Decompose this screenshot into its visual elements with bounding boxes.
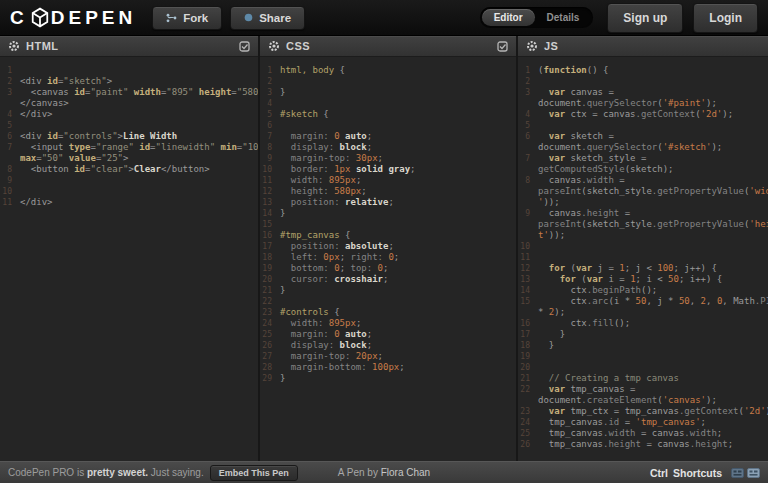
checkbox-checked-icon[interactable] (239, 41, 250, 52)
tab-details[interactable]: Details (535, 9, 592, 26)
code-line[interactable]: parseInt(sketch_style.getPropertyValue('… (538, 219, 768, 230)
code-line[interactable]: width: 895px; (280, 318, 516, 329)
line-number: 2 (260, 76, 272, 87)
code-line[interactable]: * 2); (538, 307, 768, 318)
code-line[interactable]: ')); (538, 197, 768, 208)
view-toggle: Editor Details (480, 7, 594, 28)
code-line[interactable]: var ctx = canvas.getContext('2d'); (538, 109, 768, 120)
code-line[interactable]: getComputedStyle(sketch); (538, 164, 768, 175)
keyboard-icon[interactable] (731, 468, 744, 478)
code-line[interactable]: document.querySelector('#paint'); (538, 98, 768, 109)
code-line[interactable]: } (538, 329, 768, 340)
code-line[interactable]: canvas.height = (538, 208, 768, 219)
code-line[interactable]: left: 0px; right: 0; (280, 252, 516, 263)
code-line[interactable]: } (280, 208, 516, 219)
code-line[interactable]: display: block; (280, 142, 516, 153)
code-line[interactable]: document.createElement('canvas'); (538, 395, 768, 406)
keyboard-icon[interactable] (747, 468, 760, 478)
code-line[interactable]: <input type="range" id="linewidth" min="… (20, 142, 258, 153)
code-line[interactable]: } (280, 285, 516, 296)
code-line[interactable]: // Creating a tmp canvas (538, 373, 768, 384)
code-line[interactable]: margin-bottom: 100px; (280, 362, 516, 373)
code-line[interactable] (538, 351, 768, 362)
code-line[interactable] (538, 252, 768, 263)
checkbox-checked-icon[interactable] (497, 41, 508, 52)
code-line[interactable]: display: block; (280, 340, 516, 351)
code-line[interactable] (280, 120, 516, 131)
fork-button[interactable]: Fork (152, 6, 222, 30)
code-line[interactable] (20, 65, 258, 76)
code-line[interactable]: #tmp_canvas { (280, 230, 516, 241)
code-line[interactable] (538, 241, 768, 252)
code-line[interactable]: } (280, 87, 516, 98)
code-line[interactable]: tmp_canvas.height = canvas.height; (538, 439, 768, 450)
code-line[interactable]: var canvas = (538, 87, 768, 98)
code-line[interactable]: <canvas id="paint" width="895" height="5… (20, 87, 258, 98)
code-line[interactable]: max="50" value="25"> (20, 153, 258, 164)
code-line[interactable]: } (538, 340, 768, 351)
line-number (518, 230, 530, 241)
code-line[interactable] (280, 296, 516, 307)
code-line[interactable]: <button id="clear">Clear</button> (20, 164, 258, 175)
code-line[interactable]: canvas.width = (538, 175, 768, 186)
gear-icon[interactable] (8, 40, 20, 52)
code-line[interactable]: bottom: 0; top: 0; (280, 263, 516, 274)
code-line[interactable]: for (var j = 1; j < 100; j++) { (538, 263, 768, 274)
code-line[interactable]: </canvas> (20, 98, 258, 109)
gear-icon[interactable] (268, 40, 280, 52)
code-line[interactable]: cursor: crosshair; (280, 274, 516, 285)
code-line[interactable]: var tmp_ctx = tmp_canvas.getContext('2d'… (538, 406, 768, 417)
code-line[interactable]: </div> (20, 197, 258, 208)
code-line[interactable]: margin: 0 auto; (280, 131, 516, 142)
code-line[interactable]: tmp_canvas.id = 'tmp_canvas'; (538, 417, 768, 428)
code-line[interactable] (20, 120, 258, 131)
code-line[interactable]: position: relative; (280, 197, 516, 208)
js-code-editor[interactable]: 1234567891011121314151617181920212223242… (518, 57, 768, 461)
gear-icon[interactable] (526, 40, 538, 52)
code-line[interactable]: <div id="sketch"> (20, 76, 258, 87)
code-line[interactable]: border: 1px solid gray; (280, 164, 516, 175)
login-button[interactable]: Login (693, 3, 758, 33)
code-line[interactable]: ctx.arc(i * 50, j * 50, 2, 0, Math.PI (538, 296, 768, 307)
code-line[interactable]: var tmp_canvas = (538, 384, 768, 395)
share-button[interactable]: Share (230, 6, 305, 30)
code-line[interactable]: margin-top: 20px; (280, 351, 516, 362)
code-line[interactable]: width: 895px; (280, 175, 516, 186)
code-line[interactable]: t')); (538, 230, 768, 241)
code-line[interactable]: margin-top: 30px; (280, 153, 516, 164)
shortcuts-label[interactable]: Shortcuts (673, 467, 722, 479)
signup-button[interactable]: Sign up (607, 3, 683, 33)
code-line[interactable]: ctx.fill(); (538, 318, 768, 329)
code-line[interactable]: height: 580px; (280, 186, 516, 197)
code-line[interactable]: document.querySelector('#sketch'); (538, 142, 768, 153)
embed-pen-button[interactable]: Embed This Pen (210, 465, 298, 481)
code-line[interactable] (280, 98, 516, 109)
code-line[interactable]: position: absolute; (280, 241, 516, 252)
code-line[interactable] (280, 76, 516, 87)
pen-author-link[interactable]: Flora Chan (381, 467, 430, 478)
html-code-editor[interactable]: 1234567891011 <div id="sketch"> <canvas … (0, 57, 258, 461)
code-line[interactable]: margin: 0 auto; (280, 329, 516, 340)
code-line[interactable]: } (280, 373, 516, 384)
code-line[interactable]: <div id="controls">Line Width (20, 131, 258, 142)
tab-editor[interactable]: Editor (482, 9, 535, 26)
code-line[interactable]: tmp_canvas.width = canvas.width; (538, 428, 768, 439)
code-line[interactable] (20, 186, 258, 197)
css-code-editor[interactable]: 1234567891011121314151617181920212223242… (260, 57, 516, 461)
code-line[interactable]: (function() { (538, 65, 768, 76)
code-line[interactable]: #sketch { (280, 109, 516, 120)
code-line[interactable] (538, 362, 768, 373)
code-line[interactable] (538, 120, 768, 131)
code-line[interactable]: for (var i = 1; i < 50; i++) { (538, 274, 768, 285)
code-line[interactable]: var sketch = (538, 131, 768, 142)
code-line[interactable] (280, 219, 516, 230)
code-line[interactable]: #controls { (280, 307, 516, 318)
codepen-logo[interactable]: C DEPEN (10, 7, 136, 29)
code-line[interactable]: </div> (20, 109, 258, 120)
code-line[interactable] (20, 175, 258, 186)
code-line[interactable] (538, 76, 768, 87)
code-line[interactable]: ctx.beginPath(); (538, 285, 768, 296)
code-line[interactable]: html, body { (280, 65, 516, 76)
code-line[interactable]: parseInt(sketch_style.getPropertyValue('… (538, 186, 768, 197)
code-line[interactable]: var sketch_style = (538, 153, 768, 164)
